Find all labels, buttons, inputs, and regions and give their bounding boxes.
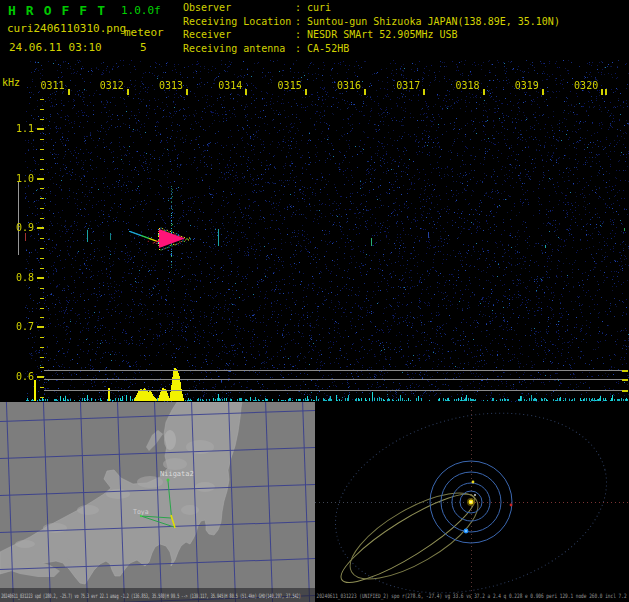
map-status-text: 20240611_031223 spd (280.2, -25.7) vo 75… xyxy=(0,588,183,599)
time-axis-tick xyxy=(605,89,607,95)
station-label-toya: Toya xyxy=(133,508,149,516)
frequency-range-marker xyxy=(18,182,19,255)
freq-axis-minor-tick xyxy=(40,327,44,328)
freq-axis-label: 0.8 xyxy=(0,272,34,283)
info-label: Receiving antenna xyxy=(183,42,295,56)
map-status-bar: 20240611_031223 spd (280.2, -25.7) vo 75… xyxy=(0,588,315,602)
freq-axis-minor-tick xyxy=(40,159,44,160)
freq-axis-minor-tick xyxy=(40,298,44,299)
freq-axis-minor-tick xyxy=(40,278,44,279)
freq-axis-minor-tick xyxy=(40,179,44,180)
freq-axis-label: 0.7 xyxy=(0,321,34,332)
freq-axis-minor-tick xyxy=(40,317,44,318)
freq-axis-minor-tick xyxy=(40,258,44,259)
freq-axis-minor-tick xyxy=(40,218,44,219)
level-grid-line-end xyxy=(622,370,628,372)
output-filename: curi2406110310.png xyxy=(7,22,126,35)
time-axis-label: 0313 xyxy=(153,80,183,91)
freq-axis-minor-tick xyxy=(40,347,44,348)
mercury-dot xyxy=(474,494,476,496)
info-row-receiver: Receiver: NESDR SMArt 52.905MHz USB xyxy=(183,28,560,42)
freq-axis-minor-tick xyxy=(40,387,44,388)
app-title: HROFFT xyxy=(8,3,115,18)
sun-core xyxy=(470,501,472,503)
info-row-antenna: Receiving antenna: CA-52HB xyxy=(183,42,560,56)
time-axis-label: 0316 xyxy=(331,80,361,91)
time-axis-label: 0317 xyxy=(390,80,420,91)
spectrogram-canvas xyxy=(25,60,629,402)
time-axis-label: 0320 xyxy=(568,80,598,91)
time-axis-label: 0319 xyxy=(509,80,539,91)
freq-axis-label: 1.1 xyxy=(0,123,34,134)
info-row-observer: Observer: curi xyxy=(183,1,560,15)
freq-axis-minor-tick xyxy=(40,149,44,150)
meteor-counter-value: 5 xyxy=(140,41,147,54)
info-label: Observer xyxy=(183,1,295,15)
app-version: 1.0.0f xyxy=(121,4,161,17)
orbit-diagram-panel xyxy=(315,402,629,602)
freq-axis-minor-tick xyxy=(40,367,44,368)
venus-dot xyxy=(472,481,475,484)
time-axis-tick xyxy=(364,89,366,95)
station-dot-niigata2 xyxy=(167,479,170,482)
info-value: NESDR SMArt 52.905MHz USB xyxy=(307,29,458,40)
level-grid-line-end xyxy=(622,379,628,381)
info-value: curi xyxy=(307,2,331,13)
meteor-counter-label: meteor xyxy=(124,26,164,39)
freq-axis-unit: kHz xyxy=(2,77,20,88)
level-grid-line-end xyxy=(622,390,628,392)
freq-axis-label: 0.6 xyxy=(0,371,34,382)
freq-axis-minor-tick xyxy=(40,119,44,120)
freq-axis-minor-tick xyxy=(40,397,44,398)
freq-axis-label: 0.9 xyxy=(0,222,34,233)
time-axis-tick xyxy=(305,89,307,95)
time-axis-tick xyxy=(245,89,247,95)
level-grid-line xyxy=(44,370,622,371)
hrofft-screen: HROFFT 1.0.0f curi2406110310.png meteor … xyxy=(0,0,629,602)
time-axis-label: 0318 xyxy=(450,80,480,91)
freq-axis-minor-tick xyxy=(40,268,44,269)
time-axis-tick xyxy=(483,89,485,95)
time-axis-label: 0315 xyxy=(272,80,302,91)
freq-axis-minor-tick xyxy=(40,208,44,209)
orbit-status-bar: 20240611_031223 (UNIFIED_2) spo r(278.6,… xyxy=(315,588,629,602)
time-axis-tick xyxy=(601,89,603,95)
freq-axis-minor-tick xyxy=(40,337,44,338)
freq-axis-minor-tick xyxy=(40,139,44,140)
info-label: Receiving Location xyxy=(183,15,295,29)
time-axis-label: 0312 xyxy=(94,80,124,91)
freq-axis-minor-tick xyxy=(40,198,44,199)
mars-dot xyxy=(510,504,513,507)
freq-axis-minor-tick xyxy=(40,228,44,229)
info-row-location: Receiving Location: Suntou-gun Shizuoka … xyxy=(183,15,560,29)
freq-axis-minor-tick xyxy=(40,99,44,100)
level-grid-line xyxy=(44,379,622,380)
info-label: Receiver xyxy=(183,28,295,42)
orbit-diagram xyxy=(315,402,629,602)
station-info-block: Observer: curi Receiving Location: Sunto… xyxy=(183,1,560,55)
freq-axis-minor-tick xyxy=(40,129,44,130)
orbit-status-text: 20240611_031223 (UNIFIED_2) spo r(278.6,… xyxy=(315,588,547,599)
info-value: CA-52HB xyxy=(307,43,349,54)
info-value: Suntou-gun Shizuoka JAPAN(138.89E, 35.10… xyxy=(307,16,560,27)
freq-axis-minor-tick xyxy=(40,238,44,239)
freq-axis-minor-tick xyxy=(40,248,44,249)
freq-axis-minor-tick xyxy=(40,188,44,189)
time-axis-tick xyxy=(542,89,544,95)
time-axis-tick xyxy=(127,89,129,95)
ground-map-panel: Niigata2 Toya xyxy=(0,402,315,602)
time-axis-tick xyxy=(68,89,70,95)
time-axis-label: 0314 xyxy=(212,80,242,91)
station-label-niigata2: Niigata2 xyxy=(160,470,194,478)
freq-axis-minor-tick xyxy=(40,109,44,110)
signal-level-canvas xyxy=(25,368,629,402)
freq-axis-minor-tick xyxy=(40,308,44,309)
level-grid-line xyxy=(44,390,622,391)
ground-map: Niigata2 Toya xyxy=(0,402,315,602)
freq-axis-label: 1.0 xyxy=(0,173,34,184)
freq-axis-minor-tick xyxy=(40,377,44,378)
time-axis-tick xyxy=(186,89,188,95)
freq-axis-minor-tick xyxy=(40,288,44,289)
observation-datetime: 24.06.11 03:10 xyxy=(9,41,102,54)
freq-axis-minor-tick xyxy=(40,169,44,170)
